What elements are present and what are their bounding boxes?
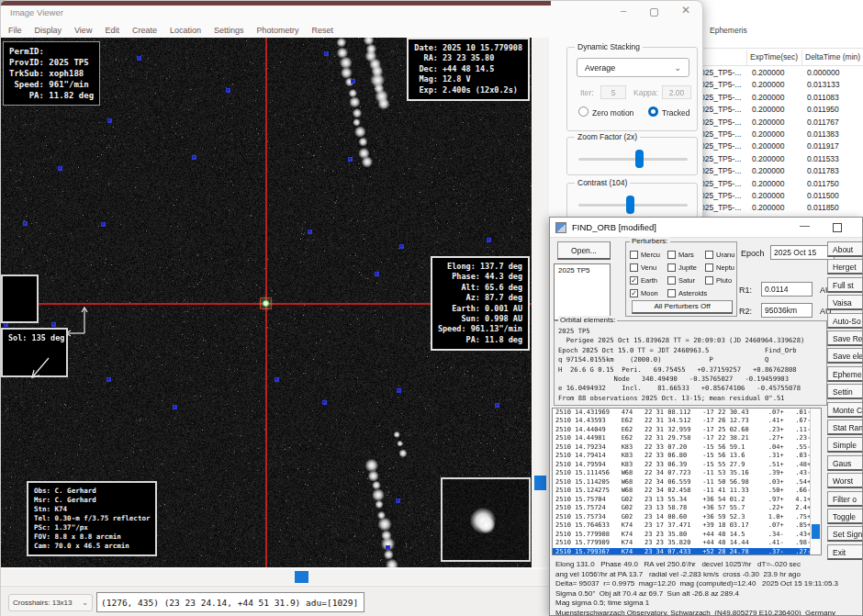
about-button[interactable]: About xyxy=(827,241,863,257)
observation-row[interactable]: 2510 15.764633 K74 23 17 37.471 +39 18 0… xyxy=(553,521,821,530)
vertical-scrollbar[interactable] xyxy=(532,38,549,567)
table-row[interactable]: 025_TP5-...0.2000000.011767 xyxy=(691,117,863,129)
unchecked-checkbox-icon[interactable] xyxy=(705,276,713,285)
observation-row[interactable]: 2510 15.111456 W68 22 34 07.723 -11 53 3… xyxy=(553,469,821,477)
column-header-exptime[interactable]: ExpTime(sec) xyxy=(750,52,798,62)
table-row[interactable]: 025_TP5-...0.2000000.013133 xyxy=(691,79,863,91)
zoom-slider-thumb[interactable] xyxy=(635,150,644,168)
menu-item-reset[interactable]: Reset xyxy=(312,26,334,35)
unchecked-checkbox-icon[interactable] xyxy=(667,289,676,297)
observation-row[interactable]: 2510 14.431969 474 22 31 08.112 -17 22 3… xyxy=(553,409,821,417)
menu-item-file[interactable]: File xyxy=(8,26,22,35)
open-button[interactable]: Open... xyxy=(557,241,611,260)
table-row[interactable]: 025_TP5-...0.2000000.011533 xyxy=(691,153,863,165)
close-button[interactable]: ✕ xyxy=(677,4,695,17)
unchecked-checkbox-icon[interactable] xyxy=(630,263,638,272)
unchecked-checkbox-icon[interactable] xyxy=(667,263,676,272)
epoch-field[interactable] xyxy=(770,245,835,260)
image-canvas[interactable]: PermID: ProvID: 2025 TP5 TrkSub: xoph188… xyxy=(1,38,532,567)
maximize-button[interactable] xyxy=(833,223,842,232)
observation-row[interactable]: 2510 15.799367 K74 23 34 07.433 +52 28 2… xyxy=(553,548,821,556)
table-row[interactable]: 025_TP5-...0.2000000.011917 xyxy=(691,140,863,152)
r2-field[interactable] xyxy=(761,303,813,318)
cursor-coordinates-field[interactable] xyxy=(96,592,364,612)
full-st-button[interactable]: Full st xyxy=(827,277,863,293)
worst-button[interactable]: Worst xyxy=(827,473,863,488)
observation-row[interactable]: 2510 14.79414 K83 22 33 06.80 -15 56 13.… xyxy=(553,452,821,460)
menu-item-create[interactable]: Create xyxy=(132,26,157,35)
checkbox-venu[interactable]: Venu xyxy=(630,261,667,274)
checkbox-pluto[interactable]: Pluto xyxy=(705,274,734,286)
monte-c-button[interactable]: Monte C xyxy=(827,402,863,418)
table-row[interactable]: 025_TP5-...0.2000000.011950 xyxy=(691,104,863,116)
filter-o-button[interactable]: Filter o xyxy=(827,491,863,507)
simple-button[interactable]: Simple xyxy=(827,437,863,453)
checkbox-asteroids[interactable]: Asteroids xyxy=(667,286,734,299)
vertical-scrollbar-thumb[interactable] xyxy=(534,476,546,490)
iter-field[interactable]: 5 xyxy=(600,85,626,99)
observation-row[interactable]: 2510 14.79594 K83 22 33 06.39 -15 55 27.… xyxy=(553,461,821,469)
observation-row[interactable]: 2510 15.124275 W68 22 34 02.458 -11 41 1… xyxy=(553,487,821,495)
observation-row[interactable]: 2510 14.43593 E62 22 31 34.512 -17 26 12… xyxy=(553,417,821,425)
object-list-item[interactable]: 2025 TP5 xyxy=(555,264,610,276)
menu-item-edit[interactable]: Edit xyxy=(105,26,119,35)
all-perturbers-off-button[interactable]: All Perturbers Off xyxy=(632,300,733,314)
menu-item-display[interactable]: Display xyxy=(35,26,62,35)
maximize-button[interactable] xyxy=(650,8,658,17)
menu-item-photometry[interactable]: Photometry xyxy=(256,26,298,35)
observations-scrollbar[interactable] xyxy=(810,409,821,554)
table-row[interactable]: 025_TP5-...0.2000000.011500 xyxy=(691,190,863,202)
checked-checkbox-icon[interactable]: ✓ xyxy=(630,289,638,297)
table-row[interactable]: 025_TP5-...0.2000000.011750 xyxy=(691,178,863,190)
crosshairs-size-dropdown[interactable]: Crosshairs: 13x13 ⌄ xyxy=(8,594,93,611)
checkbox-neptu[interactable]: Neptu xyxy=(705,261,734,274)
unchecked-checkbox-icon[interactable] xyxy=(667,276,676,285)
observation-row[interactable]: 2510 14.44981 E62 22 31 29.758 -17 22 38… xyxy=(553,434,821,442)
table-row[interactable]: 025_TP5-...0.2000000.011783 xyxy=(691,165,863,177)
titlebar[interactable]: FIND_ORB [modified] — xyxy=(550,218,862,238)
object-listbox[interactable]: 2025 TP5 xyxy=(554,263,611,320)
vaisa-button[interactable]: Vaisa xyxy=(827,295,863,310)
toggle-button[interactable]: Toggle xyxy=(827,509,863,524)
kappa-field[interactable]: 2.00 xyxy=(662,85,691,99)
observations-scrollbar-thumb[interactable] xyxy=(812,524,820,539)
observation-row[interactable]: 2510 15.779908 K74 23 23 35.80 +44 48 14… xyxy=(553,531,821,539)
observation-row[interactable]: 2510 15.114205 W68 22 34 06.559 -11 50 5… xyxy=(553,478,821,487)
set-sign-button[interactable]: Set Sign xyxy=(827,526,863,542)
auto-so-button[interactable]: Auto-So xyxy=(827,313,863,329)
observation-row[interactable]: 2510 15.75704 G02 23 13 55.34 +36 54 01.… xyxy=(553,496,821,504)
observation-row[interactable]: 2510 15.75734 G02 23 14 00.60 +36 59 52.… xyxy=(553,513,821,521)
checkbox-uranu[interactable]: Uranu xyxy=(705,248,734,261)
stacking-method-dropdown[interactable]: Average ⌄ xyxy=(577,58,689,77)
checked-checkbox-icon[interactable]: ✓ xyxy=(630,276,638,285)
unchecked-checkbox-icon[interactable] xyxy=(667,251,676,259)
menu-item-settings[interactable]: Settings xyxy=(214,26,244,35)
table-row[interactable]: 025_TP5-...0.2000000.011850 xyxy=(691,202,863,214)
minimize-button[interactable]: — xyxy=(800,219,810,230)
zero-motion-radio[interactable] xyxy=(578,106,588,117)
observation-row[interactable]: 2510 15.75724 G02 23 13 58.78 +36 57 55.… xyxy=(553,504,821,512)
menu-item-location[interactable]: Location xyxy=(170,26,201,35)
observation-row[interactable]: 2510 15.779909 K74 23 23 35.820 +44 48 1… xyxy=(553,539,821,547)
observations-list[interactable]: 2510 14.431969 474 22 31 08.112 -17 22 3… xyxy=(552,408,822,555)
r1-field[interactable] xyxy=(761,282,813,297)
table-row[interactable]: 025_TP5-...0.2000000.011383 xyxy=(691,129,863,140)
menu-item-view[interactable]: View xyxy=(74,26,92,35)
checkbox-earth[interactable]: ✓Earth xyxy=(630,274,667,286)
horizontal-scrollbar[interactable] xyxy=(1,569,532,585)
gaus-button[interactable]: Gaus xyxy=(827,455,863,471)
observation-row[interactable]: 2510 14.44049 E62 22 31 32.959 -17 25 02… xyxy=(553,426,821,434)
table-row[interactable]: 025_TP5-...0.2000000.011083 xyxy=(691,92,863,104)
stat-ran-button[interactable]: Stat Ran xyxy=(827,420,863,435)
checkbox-moon[interactable]: ✓Moon xyxy=(630,286,667,299)
column-header-deltatime[interactable]: DeltaTime (min) xyxy=(805,52,860,62)
checkbox-jupite[interactable]: Jupite xyxy=(667,261,705,274)
unchecked-checkbox-icon[interactable] xyxy=(705,251,713,259)
horizontal-scrollbar-thumb[interactable] xyxy=(295,571,308,583)
settin-button[interactable]: Settin xyxy=(827,384,863,399)
checkbox-mercu[interactable]: Mercu xyxy=(630,248,667,261)
menu-item-ephemeris[interactable]: Ephemeris xyxy=(710,26,747,35)
minimize-button[interactable]: – xyxy=(614,5,633,16)
checkbox-satur[interactable]: Satur xyxy=(667,274,705,286)
save-eler-button[interactable]: Save eler xyxy=(827,348,863,364)
